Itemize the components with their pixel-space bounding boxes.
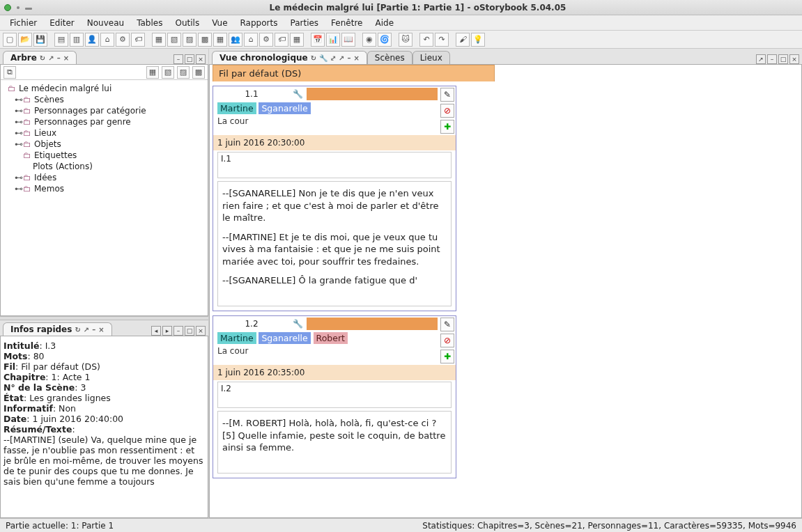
tab-scenes[interactable]: Scènes [367,51,412,64]
menu-parties[interactable]: Parties [284,17,324,29]
tree-node-objets[interactable]: ⊷🗀Objets [5,139,203,150]
tab-infos[interactable]: Infos rapides ↻ ↗ – × [3,322,112,336]
panel-max[interactable]: □ [185,54,194,64]
character-tag[interactable]: Martine [217,332,256,344]
tree-view4-icon[interactable]: ▩ [192,66,205,79]
panel-max[interactable]: □ [778,54,788,64]
panel-min[interactable]: – [767,54,777,64]
panel-prev[interactable]: ◂ [151,326,161,336]
tree-node-persocat[interactable]: ⊷🗀Personnages par catégorie [5,105,203,116]
tbtn-grid2[interactable]: ▧ [167,33,181,47]
tbtn-loc2[interactable]: ⌂ [244,33,258,47]
close-icon[interactable]: × [353,54,359,62]
close-icon[interactable]: × [98,326,104,334]
tbtn-grid6[interactable]: ▦ [290,33,304,47]
character-tag[interactable]: Sganarelle [259,332,310,344]
tree-node-persogenre[interactable]: ⊷🗀Personnages par genre [5,116,203,127]
tbtn-grid3[interactable]: ▨ [183,33,196,47]
tbtn-save[interactable]: 💾 [33,33,47,47]
menu-fichier[interactable]: Fichier [4,17,43,29]
scene-text[interactable]: --[SGANARELLE] Non je te dis que je n'en… [217,181,452,306]
tbtn-obj2[interactable]: ⚙ [259,33,273,47]
scene-slot[interactable]: I.1 [217,152,452,178]
tbtn-cat[interactable]: 🐱 [399,33,412,47]
tbtn-object[interactable]: ⚙ [116,33,130,47]
scene-slot[interactable]: I.2 [217,382,452,408]
tree-view3-icon[interactable]: ▨ [177,66,190,79]
menu-tables[interactable]: Tables [131,17,168,29]
infos-content[interactable]: Intitulé: I.3 Mots: 80 Fil: Fil par défa… [1,336,208,517]
expand-icon[interactable]: ⊷ [15,106,23,116]
tbtn-circle[interactable]: ◉ [362,33,376,47]
panel-min[interactable]: – [173,326,183,336]
tree-node-lieux[interactable]: ⊷🗀Lieux [5,127,203,139]
tbtn-undo[interactable]: ↶ [419,33,433,47]
expand-icon[interactable]: ⊷ [15,95,23,104]
menu-aide[interactable]: Aide [369,17,399,29]
wrench-icon[interactable]: 🔧 [319,54,327,62]
tbtn-chart[interactable]: 📊 [326,33,340,47]
tbtn-open[interactable]: 📂 [18,33,32,47]
panel-close[interactable]: × [196,54,206,64]
window-close-icon[interactable] [4,4,11,11]
tbtn-doc2[interactable]: ▥ [70,33,84,47]
tbtn-redo[interactable]: ↷ [435,33,449,47]
forbidden-icon[interactable]: ⊘ [440,104,454,118]
tree-node-etiquettes[interactable]: ⊷🗀Etiquettes [5,150,203,161]
tbtn-brush[interactable]: 🖌 [456,33,470,47]
tbtn-grid4[interactable]: ▩ [198,33,212,47]
edit-icon[interactable]: ✎ [440,318,454,331]
panel-max[interactable]: □ [185,326,194,336]
panel-close[interactable]: × [789,54,799,64]
wrench-icon[interactable]: 🔧 [290,319,305,329]
expand-icon[interactable]: ⊷ [15,128,23,138]
tbtn-doc1[interactable]: ▤ [54,33,68,47]
refresh-icon[interactable]: ↻ [75,326,80,334]
tbtn-bulb[interactable]: 💡 [471,33,485,47]
character-tag[interactable]: Sganarelle [259,102,310,114]
tab-lieux[interactable]: Lieux [412,51,450,64]
menu-rapports[interactable]: Rapports [235,17,284,29]
tree-layout-icon[interactable]: ⧉ [3,66,16,79]
arrow-icon[interactable]: ↗ [48,54,54,62]
expand-icon[interactable]: ⊷ [15,173,23,182]
minimize-icon[interactable]: – [92,326,95,334]
arrow-icon[interactable]: ↗ [339,54,344,62]
tree-node-scenes[interactable]: ⊷🗀Scènes [5,94,203,105]
tbtn-grid1[interactable]: ▦ [152,33,166,47]
chrono-body[interactable]: Fil par défaut (DS) 1.1 🔧 Martine Sganar… [209,64,802,518]
tbtn-new[interactable]: ▢ [3,33,17,47]
panel-next[interactable]: ▸ [162,326,172,336]
character-tag[interactable]: Robert [314,332,348,344]
tree-node-plots[interactable]: ⊷Plots (Actions) [5,161,203,172]
tree-node-memos[interactable]: ⊷🗀Memos [5,183,203,194]
menu-vue[interactable]: Vue [206,17,233,29]
tbtn-tag[interactable]: 🏷 [131,33,145,47]
wrench-icon[interactable]: 🔧 [290,89,305,99]
menu-nouveau[interactable]: Nouveau [82,17,130,29]
expand-icon[interactable]: ⊷ [15,139,23,149]
tree-view1-icon[interactable]: ▦ [146,66,159,79]
tbtn-cal[interactable]: 📅 [311,33,325,47]
panel-close[interactable]: × [196,326,206,336]
tbtn-person2[interactable]: 👥 [229,33,242,47]
menu-editer[interactable]: Editer [44,17,80,29]
menu-fenetre[interactable]: Fenêtre [325,17,368,29]
project-tree[interactable]: 🗀Le médecin malgré lui ⊷🗀Scènes ⊷🗀Person… [1,80,208,315]
window-control-icon[interactable] [17,6,20,9]
menu-outils[interactable]: Outils [169,17,205,29]
tbtn-person[interactable]: 👤 [85,33,99,47]
tree-node-idees[interactable]: ⊷🗀Idées [5,172,203,183]
tree-root[interactable]: 🗀Le médecin malgré lui [5,83,203,94]
tbtn-location[interactable]: ⌂ [100,33,114,47]
add-icon[interactable]: ✚ [440,350,454,363]
add-icon[interactable]: ✚ [440,120,454,134]
arrow-icon[interactable]: ↗ [84,326,89,334]
tbtn-grid5[interactable]: ▦ [213,33,227,47]
edit-icon[interactable]: ✎ [440,88,454,102]
expand-icon[interactable]: ⊷ [15,184,23,194]
tbtn-tag2[interactable]: 🏷 [275,33,288,47]
tbtn-spiral[interactable]: 🌀 [378,33,392,47]
refresh-icon[interactable]: ↻ [311,54,316,62]
scene-text[interactable]: --[M. ROBERT] Holà, holà, holà, fi, qu'e… [217,411,452,474]
